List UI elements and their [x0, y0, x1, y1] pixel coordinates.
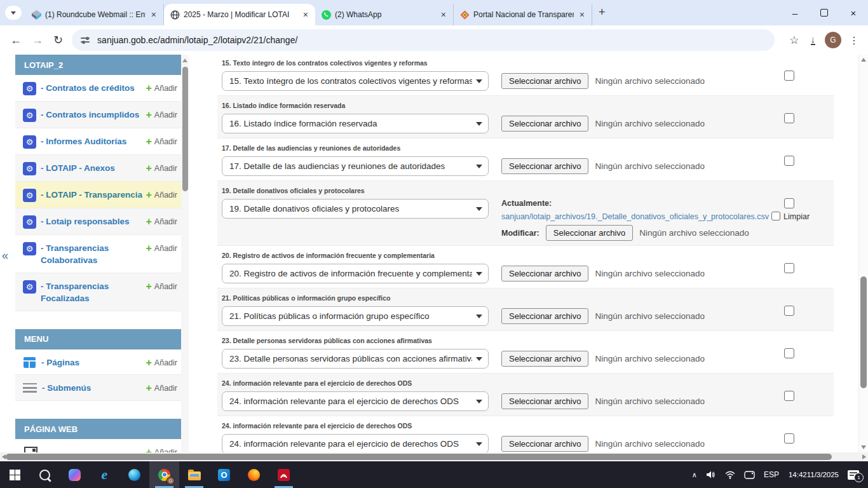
- taskbar-acrobat[interactable]: [269, 461, 299, 488]
- cast-display-icon[interactable]: [744, 471, 755, 479]
- volume-icon[interactable]: [706, 470, 716, 479]
- taskbar-search[interactable]: [30, 461, 60, 488]
- scroll-up-arrow[interactable]: [182, 58, 187, 62]
- file-select-button[interactable]: Seleccionar archivo: [501, 308, 588, 324]
- profile-avatar[interactable]: G: [825, 32, 841, 48]
- row-checkbox[interactable]: [784, 306, 794, 316]
- row-checkbox[interactable]: [784, 198, 794, 208]
- site-settings-icon[interactable]: [81, 36, 90, 44]
- add-link[interactable]: +Añadir: [146, 108, 177, 121]
- tab-modificar-lotaip[interactable]: 2025 - Marzo | Modificar LOTAI ×: [164, 4, 315, 25]
- page-scrollbar-vertical[interactable]: [858, 55, 868, 452]
- url-text[interactable]: sanjuan.gob.ec/admin/lotaip_2/lotaipv2/2…: [97, 35, 297, 45]
- forward-button[interactable]: →: [32, 34, 43, 47]
- file-select-button[interactable]: Seleccionar archivo: [501, 266, 588, 281]
- close-window-button[interactable]: ×: [839, 0, 868, 25]
- add-link[interactable]: +Añadir: [146, 135, 177, 147]
- minimize-button[interactable]: –: [780, 0, 810, 25]
- sidebar-item-transparencias-colaborativas[interactable]: ⚙ - Transparencias Colaborativas +Añadir: [15, 235, 181, 273]
- downloads-icon[interactable]: ↓: [811, 35, 816, 45]
- add-link[interactable]: +Añadir: [146, 280, 177, 292]
- document-type-select[interactable]: 21. Políticas públicas o información gru…: [222, 306, 489, 326]
- add-link[interactable]: +Añadir: [146, 161, 177, 174]
- scroll-right-arrow[interactable]: [862, 454, 866, 459]
- scrollbar-thumb[interactable]: [6, 454, 832, 460]
- document-type-select[interactable]: 17. Detalle de las audiencias y reunione…: [222, 156, 489, 176]
- sidebar-item-lotaip-transparencia[interactable]: ⚙ - LOTAIP - Transparencia +Añadir: [15, 182, 181, 208]
- file-select-button[interactable]: Seleccionar archivo: [501, 393, 588, 409]
- bookmark-star-icon[interactable]: ☆: [789, 34, 799, 47]
- wifi-icon[interactable]: [725, 471, 735, 479]
- file-select-button[interactable]: Seleccionar archivo: [501, 351, 588, 367]
- document-type-select[interactable]: 20. Registro de activos de información f…: [222, 264, 489, 283]
- add-link[interactable]: +Añadir: [146, 241, 177, 254]
- scrollbar-thumb[interactable]: [182, 67, 188, 191]
- tab-whatsapp[interactable]: (2) WhatsApp ×: [315, 4, 454, 25]
- close-icon[interactable]: ×: [301, 10, 310, 20]
- language-indicator[interactable]: ESP: [764, 470, 779, 479]
- sidebar-collapse-toggle[interactable]: «: [2, 249, 8, 262]
- sidebar-item-transparencias-focalizadas[interactable]: ⚙ - Transparencias Focalizadas +Añadir: [15, 273, 181, 311]
- add-link[interactable]: +Añadir: [146, 81, 177, 94]
- document-type-select[interactable]: 23. Detalle personas servidoras públicas…: [222, 349, 489, 369]
- add-link[interactable]: +Añadir: [146, 188, 177, 201]
- clock[interactable]: 14:42 11/3/2025: [789, 470, 839, 479]
- taskbar-edge[interactable]: [119, 461, 149, 488]
- sidebar-item-contratos-incumplidos[interactable]: ⚙ - Contratos incumplidos +Añadir: [15, 102, 181, 128]
- sidebar-item-pagina-web-partial[interactable]: +Añadir: [15, 439, 181, 452]
- new-tab-button[interactable]: +: [599, 6, 606, 19]
- address-bar[interactable]: sanjuan.gob.ec/admin/lotaip_2/lotaipv2/2…: [72, 29, 775, 51]
- current-file-link[interactable]: sanjuan/lotaip_archivos/19._Detalle_dona…: [501, 212, 769, 221]
- sidebar-item-submenus[interactable]: - Submenús +Añadir: [15, 375, 181, 401]
- add-link[interactable]: +Añadir: [146, 381, 177, 394]
- scroll-up-arrow[interactable]: [861, 58, 866, 62]
- scrollbar-thumb[interactable]: [860, 276, 867, 388]
- close-icon[interactable]: ×: [439, 10, 448, 20]
- document-type-select[interactable]: 24. información relevante para el ejerci…: [222, 434, 489, 452]
- taskbar-copilot[interactable]: [60, 461, 90, 488]
- close-icon[interactable]: ×: [578, 10, 587, 20]
- tab-portal-transparencia[interactable]: Portal Nacional de Transparenc ×: [454, 4, 592, 25]
- sidebar-item-informes-auditorias[interactable]: ⚙ - Informes Auditorías +Añadir: [15, 128, 181, 155]
- row-checkbox[interactable]: [784, 391, 794, 401]
- file-select-button[interactable]: Seleccionar archivo: [546, 225, 633, 241]
- sidebar-item-contratos-creditos[interactable]: ⚙ - Contratos de créditos +Añadir: [15, 75, 181, 102]
- row-checkbox[interactable]: [784, 433, 794, 444]
- start-button[interactable]: [0, 461, 30, 488]
- browser-menu-icon[interactable]: ⋮: [849, 34, 859, 46]
- clear-checkbox[interactable]: [771, 212, 780, 220]
- add-link[interactable]: +Añadir: [146, 215, 177, 227]
- taskbar-outlook[interactable]: O: [209, 461, 239, 488]
- taskbar-firefox[interactable]: [239, 461, 269, 488]
- back-button[interactable]: ←: [10, 34, 22, 47]
- row-checkbox[interactable]: [784, 113, 794, 123]
- tab-search-button[interactable]: [5, 6, 22, 20]
- row-checkbox[interactable]: [784, 156, 794, 166]
- scroll-down-arrow[interactable]: [861, 445, 866, 449]
- tray-expand-icon[interactable]: ∧: [692, 471, 697, 479]
- sidebar-item-lotaip-responsables[interactable]: ⚙ - Lotaip responsables +Añadir: [15, 208, 181, 235]
- taskbar-file-explorer[interactable]: [179, 461, 209, 488]
- sidebar-item-lotaip-anexos[interactable]: ⚙ - LOTAIP - Anexos +Añadir: [15, 155, 181, 182]
- close-icon[interactable]: ×: [149, 10, 158, 20]
- file-select-button[interactable]: Seleccionar archivo: [501, 73, 588, 89]
- sidebar-item-paginas[interactable]: - Páginas +Añadir: [15, 349, 181, 376]
- taskbar-internet-explorer[interactable]: e: [90, 461, 119, 488]
- file-select-button[interactable]: Seleccionar archivo: [501, 158, 588, 174]
- notification-center-icon[interactable]: 1: [848, 470, 859, 480]
- row-checkbox[interactable]: [784, 263, 794, 273]
- document-type-select[interactable]: 19. Detalle donativos oficiales y protoc…: [222, 199, 489, 219]
- reload-button[interactable]: ↻: [53, 33, 63, 47]
- sidebar-scrollbar[interactable]: [181, 55, 189, 452]
- file-select-button[interactable]: Seleccionar archivo: [501, 116, 588, 132]
- tab-roundcube[interactable]: (1) Roundcube Webmail :: Entra ×: [25, 4, 164, 25]
- file-select-button[interactable]: Seleccionar archivo: [501, 436, 588, 452]
- document-type-select[interactable]: 16. Listado índice formación reservada: [222, 114, 489, 133]
- document-type-select[interactable]: 24. información relevante para el ejerci…: [222, 391, 489, 411]
- row-checkbox[interactable]: [784, 71, 794, 81]
- page-scrollbar-horizontal[interactable]: [0, 452, 868, 461]
- maximize-button[interactable]: [810, 0, 839, 25]
- document-type-select[interactable]: 15. Texto íntegro de los contratos colec…: [222, 71, 489, 91]
- add-link[interactable]: +Añadir: [146, 356, 177, 369]
- row-checkbox[interactable]: [784, 348, 794, 358]
